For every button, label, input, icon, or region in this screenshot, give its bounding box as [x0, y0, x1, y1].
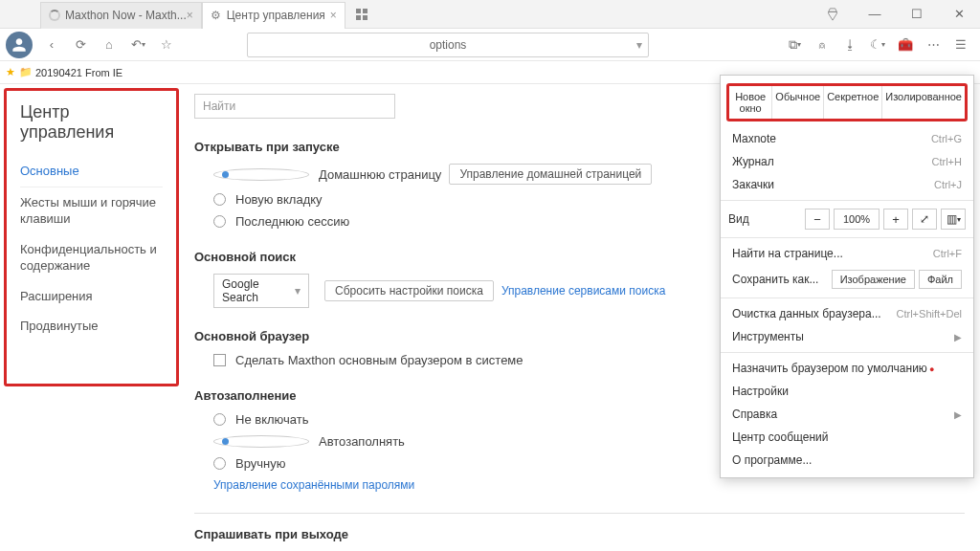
- sidebar-item-extensions[interactable]: Расширения: [20, 281, 163, 312]
- minimize-button[interactable]: —: [854, 0, 896, 29]
- sidebar-item-advanced[interactable]: Продвинутые: [20, 311, 163, 342]
- settings-sidebar: Центр управления Основные Жесты мыши и г…: [4, 88, 179, 386]
- bookmark-folder[interactable]: 20190421 From IE: [35, 67, 122, 78]
- undo-button[interactable]: ↶▾: [124, 32, 151, 58]
- avatar[interactable]: [6, 32, 33, 58]
- menu-message-center[interactable]: Центр сообщений: [721, 426, 973, 449]
- back-button[interactable]: ‹: [38, 32, 65, 58]
- download-button[interactable]: ⭳: [836, 32, 863, 58]
- menu-view-zoom: Вид − 100% + ⤢ ▥▾: [721, 205, 973, 233]
- zoom-out-button[interactable]: −: [805, 209, 830, 230]
- sidebar-item-general[interactable]: Основные: [20, 156, 163, 187]
- menu-about[interactable]: О программе...: [721, 449, 973, 472]
- reset-search-button[interactable]: Сбросить настройки поиска: [324, 280, 494, 301]
- section-title-onexit: Спрашивать при выходе: [194, 527, 965, 541]
- layout-button[interactable]: ▥▾: [941, 209, 966, 230]
- dropdown-icon[interactable]: ▾: [636, 38, 642, 52]
- saveas-image-button[interactable]: Изображение: [832, 270, 915, 289]
- more-button[interactable]: ⋯: [920, 32, 947, 58]
- svg-rect-2: [356, 15, 361, 20]
- nightmode-button[interactable]: ☾▾: [864, 32, 891, 58]
- close-icon[interactable]: ×: [330, 9, 337, 22]
- toolbox-button[interactable]: 🧰: [892, 32, 919, 58]
- menu-default-browser[interactable]: Назначить браузером по умолчанию●: [721, 357, 973, 380]
- menu-history[interactable]: ЖурналCtrl+H: [721, 150, 973, 173]
- main-menu: Новое окно Обычное Секретное Изолированн…: [720, 75, 974, 478]
- page-title: Центр управления: [20, 102, 163, 143]
- menu-find[interactable]: Найти на странице...Ctrl+F: [721, 242, 973, 265]
- saveas-file-button[interactable]: Файл: [919, 270, 962, 289]
- svg-rect-1: [363, 9, 368, 13]
- menu-button[interactable]: ☰: [947, 32, 974, 58]
- address-text: options: [430, 38, 467, 52]
- menu-tools[interactable]: Инструменты▶: [721, 325, 973, 348]
- svg-rect-3: [363, 15, 368, 20]
- new-tab-button[interactable]: [349, 2, 374, 27]
- menu-maxnote[interactable]: MaxnoteCtrl+G: [721, 127, 973, 150]
- manage-passwords-link[interactable]: Управление сохранёнными паролями: [213, 478, 414, 492]
- search-engine-select[interactable]: Google Search▾: [213, 274, 309, 308]
- account-icon[interactable]: [812, 0, 854, 29]
- loading-spinner-icon: [49, 10, 60, 21]
- tab-label: Maxthon Now - Maxth...: [65, 9, 187, 22]
- settings-search[interactable]: Найти: [194, 94, 395, 119]
- menu-downloads[interactable]: ЗакачкиCtrl+J: [721, 173, 973, 196]
- manage-homepage-button[interactable]: Управление домашней страницей: [449, 164, 652, 185]
- zoom-in-button[interactable]: +: [883, 209, 908, 230]
- svg-rect-0: [356, 9, 361, 13]
- new-window-isolated[interactable]: Изолированное: [882, 86, 965, 119]
- menu-clear-data[interactable]: Очистка данных браузера...Ctrl+Shift+Del: [721, 302, 973, 325]
- tab-control-center[interactable]: ⚙ Центр управления ×: [202, 2, 345, 29]
- reload-button[interactable]: ⟳: [67, 32, 94, 58]
- tab-label: Центр управления: [227, 9, 325, 22]
- gear-icon: ⚙: [211, 9, 221, 22]
- new-window-normal[interactable]: Обычное: [772, 86, 824, 119]
- zoom-value: 100%: [834, 209, 880, 230]
- close-button[interactable]: ✕: [938, 0, 980, 29]
- home-button[interactable]: ⌂: [96, 32, 122, 58]
- star-icon: ★: [6, 66, 15, 78]
- fullscreen-button[interactable]: ⤢: [912, 209, 937, 230]
- address-bar[interactable]: options ▾: [247, 33, 649, 57]
- screenshot-button[interactable]: ⧉▾: [781, 32, 808, 58]
- favorite-button[interactable]: ☆: [153, 32, 180, 58]
- tab-maxthon-now[interactable]: Maxthon Now - Maxth... ×: [40, 2, 202, 29]
- reader-button[interactable]: ⍝: [809, 32, 835, 58]
- new-window-group: Новое окно Обычное Секретное Изолированн…: [726, 83, 968, 121]
- menu-settings[interactable]: Настройки: [721, 380, 973, 403]
- menu-help[interactable]: Справка▶: [721, 403, 973, 426]
- folder-icon: 📁: [19, 66, 33, 78]
- new-window-private[interactable]: Секретное: [824, 86, 882, 119]
- new-window-button[interactable]: Новое окно: [729, 86, 772, 119]
- menu-saveas[interactable]: Сохранить как... Изображение Файл: [721, 265, 973, 294]
- manage-search-link[interactable]: Управление сервисами поиска: [501, 284, 666, 298]
- sidebar-item-privacy[interactable]: Конфиденциальность и содержание: [20, 234, 163, 281]
- maximize-button[interactable]: ☐: [896, 0, 938, 29]
- close-icon[interactable]: ×: [187, 9, 193, 22]
- sidebar-item-gestures[interactable]: Жесты мыши и горячие клавиши: [20, 187, 163, 234]
